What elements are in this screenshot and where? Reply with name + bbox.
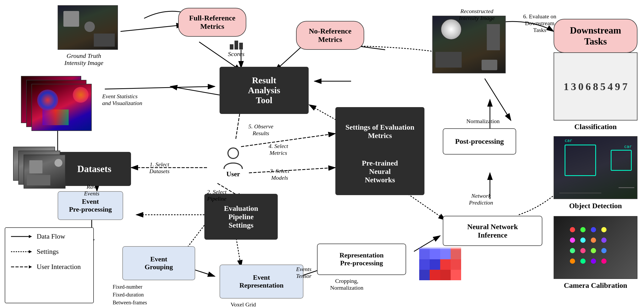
object-detection-label: Object Detection bbox=[554, 202, 637, 210]
svg-marker-25 bbox=[29, 265, 32, 268]
reconstructed-label: Reconstructed Intensity Image bbox=[440, 8, 514, 21]
svg-rect-15 bbox=[419, 248, 430, 250]
raw-events-label: Raw Events bbox=[76, 183, 107, 197]
legend-settings: Settings bbox=[11, 248, 88, 256]
event-grouping-sub-labels: Fixed-number Fixed-duration Between-fram… bbox=[113, 283, 147, 306]
bottom-left-label bbox=[5, 300, 97, 303]
neural-network-inference-box: Neural Network Inference bbox=[443, 216, 542, 246]
svg-rect-13 bbox=[440, 249, 451, 259]
object-detection-image: car car bbox=[554, 136, 637, 199]
svg-marker-23 bbox=[29, 250, 32, 253]
svg-rect-10 bbox=[451, 270, 461, 280]
svg-rect-8 bbox=[440, 270, 451, 280]
step1-label: 1. Select Datasets bbox=[149, 161, 170, 175]
step4-label: 4. Select Metrics bbox=[269, 143, 288, 156]
ground-truth-image bbox=[58, 5, 118, 50]
solid-arrow-icon bbox=[11, 233, 32, 240]
no-reference-metrics-box: No-Reference Metrics bbox=[296, 21, 364, 50]
dotted-arrow-icon bbox=[11, 249, 32, 255]
classification-image: 130685497 bbox=[554, 52, 637, 120]
ground-truth-label: Ground Truth Intensity Image bbox=[52, 52, 115, 67]
pretrained-nn-box: Pre-trained Neural Networks bbox=[335, 148, 424, 195]
svg-rect-5 bbox=[440, 259, 451, 270]
user-icon bbox=[221, 147, 245, 170]
svg-rect-6 bbox=[419, 270, 430, 280]
event-grouping-box: Event Grouping bbox=[122, 246, 195, 280]
event-stats-label: Event Statistics and Visualization bbox=[102, 93, 162, 107]
svg-rect-16 bbox=[430, 248, 440, 250]
event-representation-box: Event Representation bbox=[220, 265, 303, 299]
datasets-box: Datasets bbox=[58, 152, 131, 186]
step3-label: 3. Select Models bbox=[270, 168, 290, 181]
reconstructed-image bbox=[432, 16, 506, 73]
camera-calibration-image bbox=[554, 216, 637, 279]
svg-rect-12 bbox=[430, 249, 440, 259]
classification-label: Classification bbox=[554, 123, 637, 131]
representation-preprocessing-box: Representation Pre-processing bbox=[317, 244, 406, 275]
voxel-grid-label: Voxel Grid bbox=[231, 301, 256, 308]
user-box: User bbox=[215, 141, 252, 183]
svg-rect-3 bbox=[419, 259, 430, 270]
step5-label: 5. Observe Results bbox=[248, 123, 273, 137]
svg-rect-14 bbox=[451, 249, 461, 259]
scores-label: Scores bbox=[228, 51, 244, 58]
scores-area: Scores bbox=[228, 41, 244, 58]
full-reference-metrics-box: Full-Reference Metrics bbox=[178, 8, 246, 37]
svg-rect-11 bbox=[419, 249, 430, 259]
legend-user-interaction: User Interaction bbox=[11, 263, 88, 271]
legend-data-flow: Data Flow bbox=[11, 233, 88, 240]
normalization-label: Normalization bbox=[466, 118, 500, 125]
legend-data-flow-label: Data Flow bbox=[37, 233, 65, 240]
event-viz-image-3 bbox=[31, 84, 92, 131]
svg-point-19 bbox=[228, 148, 238, 158]
legend-box: Data Flow Settings User Interaction bbox=[5, 227, 94, 303]
svg-rect-7 bbox=[430, 270, 440, 280]
result-analysis-tool-box: Result Analysis Tool bbox=[220, 67, 309, 114]
diagram-container: 130685497 car car Full-Reference Metrics bbox=[0, 0, 644, 308]
legend-settings-label: Settings bbox=[37, 248, 59, 256]
voxel-cube bbox=[417, 238, 469, 291]
svg-marker-21 bbox=[29, 235, 32, 238]
network-prediction-label: Network Prediction bbox=[469, 192, 493, 206]
gray-image-3 bbox=[24, 155, 66, 189]
svg-rect-18 bbox=[451, 248, 461, 250]
step6-label: 6. Evaluate on Downstream Tasks bbox=[511, 13, 569, 34]
user-label: User bbox=[226, 170, 240, 178]
events-tensor-label: Events Tensor bbox=[296, 266, 312, 279]
svg-rect-17 bbox=[440, 248, 451, 250]
step2-label: 2. Select Pipeline bbox=[207, 189, 227, 202]
svg-rect-9 bbox=[451, 259, 461, 270]
post-processing-box: Post-processing bbox=[443, 128, 516, 155]
legend-user-interaction-label: User Interaction bbox=[37, 263, 81, 271]
camera-calibration-label: Camera Calibration bbox=[554, 281, 637, 290]
svg-rect-4 bbox=[430, 259, 440, 270]
cropping-norm-label: Cropping, Normalization bbox=[330, 278, 363, 291]
dashed-arrow-icon bbox=[11, 264, 32, 270]
